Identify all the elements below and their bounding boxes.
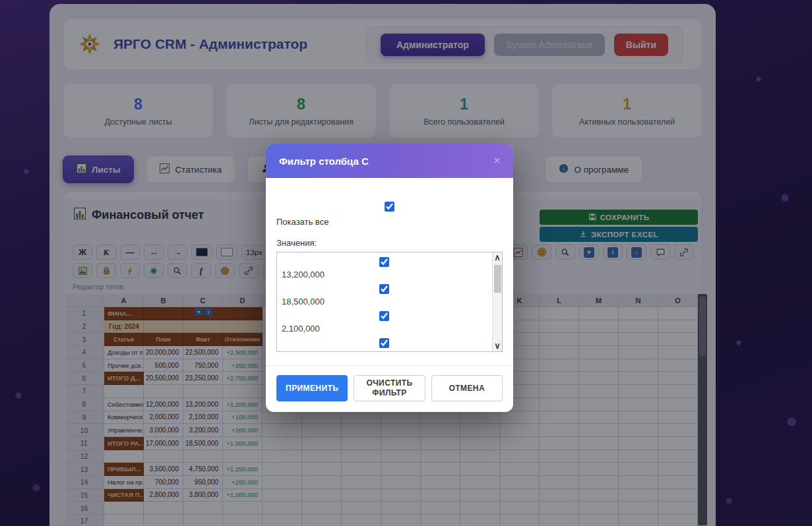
listbox-scrollbar[interactable]: ∧ ∨	[492, 252, 502, 351]
filter-value-item: 18,500,000	[277, 279, 491, 307]
filter-value-checkbox[interactable]	[379, 284, 389, 294]
filter-modal-header: Фильтр столбца C ×	[266, 144, 513, 178]
scroll-down-icon[interactable]: ∨	[494, 341, 501, 351]
scroll-up-icon[interactable]: ∧	[494, 252, 501, 263]
filter-modal: Фильтр столбца C × Показать все Значения…	[266, 144, 513, 412]
filter-value-checkbox[interactable]	[379, 311, 389, 321]
filter-value-checkbox[interactable]	[379, 338, 389, 348]
filter-modal-body: Показать все Значения: 13,200,00018,500,…	[266, 178, 513, 352]
show-all-label: Показать все	[276, 217, 503, 227]
filter-value-item: 22,500,000	[277, 334, 491, 352]
filter-values-items: 13,200,00018,500,0002,100,00022,500,000	[277, 252, 491, 352]
filter-modal-footer: ПРИМЕНИТЬ ОЧИСТИТЬ ФИЛЬТР ОТМЕНА	[266, 365, 513, 412]
filter-value-label: 2,100,000	[277, 324, 491, 334]
show-all-checkbox[interactable]	[385, 202, 394, 212]
listbox-scrollbar-thumb[interactable]	[494, 265, 501, 293]
filter-values-listbox: 13,200,00018,500,0002,100,00022,500,000 …	[276, 252, 503, 352]
values-label: Значения:	[276, 238, 503, 248]
apply-button[interactable]: ПРИМЕНИТЬ	[276, 375, 348, 401]
filter-modal-title: Фильтр столбца C	[279, 156, 369, 167]
clear-filter-button[interactable]: ОЧИСТИТЬ ФИЛЬТР	[354, 375, 425, 401]
filter-value-label: 22,500,000	[277, 351, 491, 352]
filter-value-item: 13,200,000	[277, 252, 491, 279]
filter-value-item: 2,100,000	[277, 307, 491, 334]
filter-value-label: 18,500,000	[277, 297, 491, 307]
filter-value-checkbox[interactable]	[379, 257, 389, 267]
close-icon[interactable]: ×	[494, 155, 500, 167]
filter-value-label: 13,200,000	[277, 270, 491, 279]
show-all-block: Показать все	[276, 202, 503, 227]
cancel-button[interactable]: ОТМЕНА	[431, 375, 503, 401]
